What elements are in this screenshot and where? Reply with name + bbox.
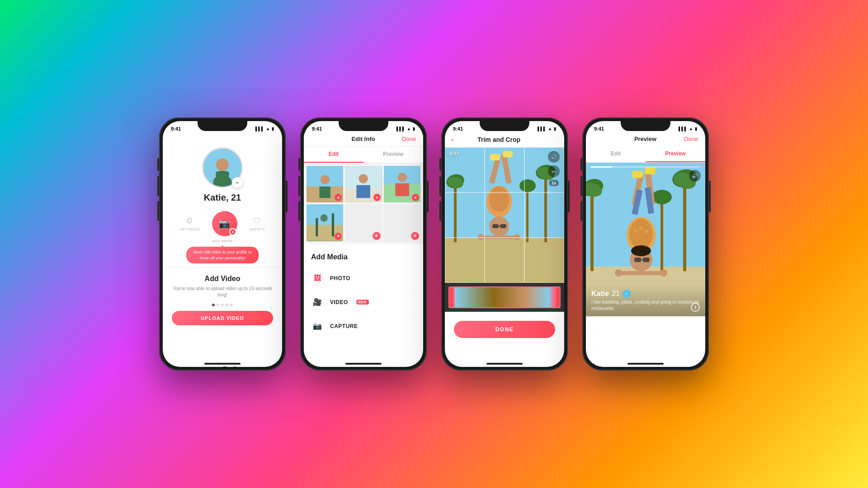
dot-3: [221, 304, 224, 306]
safety-item[interactable]: 🛡 SAFETY: [250, 216, 265, 231]
svg-rect-45: [590, 190, 594, 271]
volume-icon-3[interactable]: 🔊: [548, 151, 560, 163]
heart-icon[interactable]: ♡: [206, 366, 213, 367]
photo-delete-2[interactable]: ×: [373, 194, 381, 201]
status-time-1: 9:41: [171, 126, 181, 131]
photo-cell-1[interactable]: ×: [307, 166, 343, 202]
add-media-sheet: Add Media 🖼 PHOTO 🎥 VIDEO NEW 📷 CAPTURE: [304, 246, 423, 345]
camera-icon: 📷: [219, 218, 230, 229]
home-indicator-1: [204, 363, 241, 365]
edit-avatar-button[interactable]: ✏: [232, 177, 243, 188]
svg-point-52: [652, 190, 672, 204]
chat-icon[interactable]: 💬: [220, 366, 230, 367]
svg-rect-68: [618, 271, 664, 275]
volume-icon-4[interactable]: 🔊: [689, 170, 701, 182]
add-media-button[interactable]: 📷 +: [212, 211, 237, 236]
avatar-section: ✏ Katie, 21: [202, 147, 243, 203]
battery-icon-2: ▮: [413, 127, 415, 131]
svg-point-69: [615, 269, 622, 277]
profile-name-1: Katie, 21: [204, 192, 241, 203]
tab-preview[interactable]: Preview: [363, 146, 423, 163]
svg-rect-55: [632, 171, 643, 178]
svg-point-62: [639, 226, 643, 230]
photo-cell-2[interactable]: ×: [345, 166, 382, 202]
speed-display[interactable]: 1x: [549, 180, 559, 186]
status-icons-3: ▌▌▌ ▲ ▮: [538, 127, 556, 131]
tab-preview-4[interactable]: Preview: [646, 146, 705, 162]
svg-rect-32: [490, 154, 500, 160]
svg-point-5: [320, 175, 329, 184]
phone3-header: ‹ Trim and Crop ⠀⠀⠀: [445, 134, 564, 147]
photo-add-button-2[interactable]: +: [411, 232, 419, 240]
settings-row: ⚙ SETTINGS 📷 + 🛡 SAFETY: [163, 205, 282, 243]
done-link-2[interactable]: Done: [402, 136, 416, 142]
svg-rect-6: [319, 187, 330, 198]
preview-header-title: Preview: [634, 136, 656, 142]
video-scene: [445, 147, 564, 283]
settings-label: SETTINGS: [180, 227, 200, 231]
photo-cell-empty[interactable]: +: [345, 204, 382, 241]
timeline-handles: [449, 287, 560, 307]
phone-3: 9:41 ▌▌▌ ▲ ▮ ‹ Trim and Crop ⠀⠀⠀: [441, 117, 568, 371]
info-button[interactable]: i: [691, 303, 700, 312]
svg-rect-40: [481, 235, 517, 239]
photo-delete-4[interactable]: ×: [335, 233, 342, 240]
tab-edit-4[interactable]: Edit: [586, 146, 646, 162]
photo-cell-4[interactable]: ×: [307, 204, 343, 241]
video-controls-right: 🔊 ∞ 1x: [548, 151, 560, 186]
edit-info-title: Edit Info: [351, 136, 375, 142]
done-link-4[interactable]: Done: [684, 136, 698, 142]
svg-point-60: [629, 219, 653, 249]
svg-rect-65: [634, 258, 641, 262]
battery-icon-3: ▮: [554, 127, 556, 131]
back-button[interactable]: ‹: [451, 136, 453, 144]
add-video-section: Add Video You're now able to upload vide…: [163, 267, 282, 333]
svg-point-17: [320, 215, 327, 222]
photo-label: PHOTO: [330, 275, 350, 282]
media-option-capture[interactable]: 📷 CAPTURE: [311, 314, 416, 338]
svg-rect-19: [332, 214, 334, 237]
status-time-3: 9:41: [453, 126, 463, 131]
photo-add-button[interactable]: +: [373, 232, 381, 240]
home-indicator-2: [345, 363, 382, 365]
timeline-handle-left[interactable]: [449, 287, 453, 307]
svg-rect-10: [357, 185, 370, 198]
tooltip-bubble: New! Add video to your profile to show o…: [186, 247, 259, 263]
notch-2: [339, 121, 388, 131]
svg-rect-33: [503, 151, 513, 157]
video-label: VIDEO: [330, 299, 348, 305]
photos-grid: × ×: [304, 163, 423, 244]
svg-point-71: [631, 245, 651, 256]
loop-icon[interactable]: ∞: [548, 165, 560, 177]
video-editor: 0:07 🔊 ∞ 1x: [445, 147, 564, 283]
upload-video-button[interactable]: UPLOAD VIDEO: [172, 311, 273, 325]
svg-rect-18: [316, 218, 318, 237]
star-icon[interactable]: ✦: [213, 366, 220, 367]
spacer3: ⠀⠀⠀: [544, 136, 558, 143]
photo-cell-empty-2[interactable]: +: [384, 204, 420, 241]
dot-1: [212, 304, 215, 306]
photo-cell-3[interactable]: ×: [384, 166, 420, 202]
dot-indicators: [172, 304, 273, 306]
preview-profile-info: Katie 21 ✓ I like traveling, jokes, cook…: [586, 285, 705, 316]
add-video-title: Add Video: [172, 275, 273, 283]
capture-label: CAPTURE: [330, 323, 358, 329]
status-icons-4: ▌▌▌ ▲ ▮: [679, 127, 697, 131]
add-plus-icon: +: [229, 228, 236, 235]
profile-icon[interactable]: 👤: [230, 366, 240, 367]
settings-item[interactable]: ⚙ SETTINGS: [180, 216, 200, 231]
timeline-strip[interactable]: [448, 286, 561, 308]
done-button[interactable]: DONE: [454, 321, 555, 338]
media-option-photo[interactable]: 🖼 PHOTO: [311, 267, 416, 291]
phone-2: 9:41 ▌▌▌ ▲ ▮ ⠀⠀⠀ Edit Info Done Edit Pre…: [300, 117, 427, 371]
edit-tabs: Edit Preview: [304, 146, 423, 163]
new-badge: NEW: [356, 300, 369, 305]
phones-container: 9:41 ▌▌▌ ▲ ▮: [0, 0, 868, 488]
media-option-video[interactable]: 🎥 VIDEO NEW: [311, 291, 416, 314]
svg-point-13: [397, 173, 406, 182]
phone-1: 9:41 ▌▌▌ ▲ ▮: [159, 117, 286, 371]
timeline-handle-right[interactable]: [556, 287, 560, 307]
svg-point-9: [359, 174, 368, 183]
tab-edit[interactable]: Edit: [304, 146, 363, 163]
svg-rect-48: [683, 181, 686, 271]
